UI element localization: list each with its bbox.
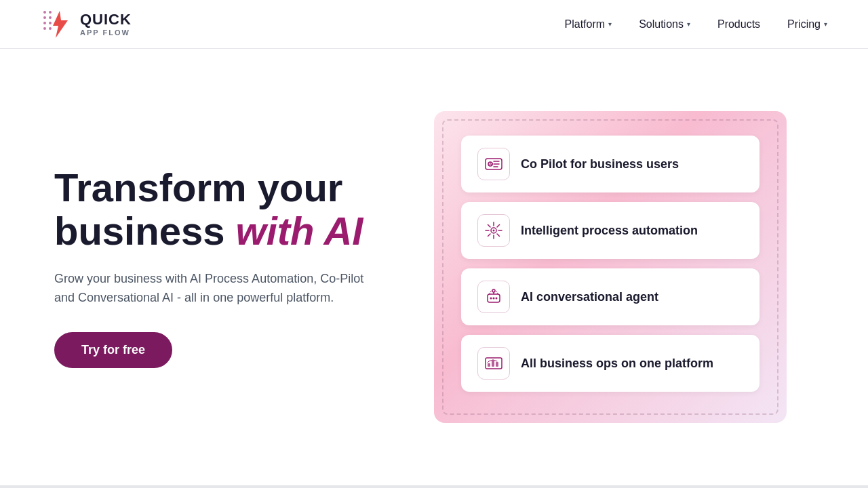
svg-point-29: [492, 289, 495, 292]
nav-platform[interactable]: Platform ▾: [565, 18, 612, 30]
feature-cards-container: AI Co Pilot for business users: [434, 111, 787, 423]
svg-rect-31: [488, 363, 490, 367]
header: QUICK APP FLOW Platform ▾ Solutions ▾ Pr…: [0, 0, 868, 49]
logo-icon: [41, 8, 73, 41]
nav-pricing[interactable]: Pricing ▾: [787, 18, 827, 30]
svg-rect-33: [496, 362, 498, 367]
nav-solutions[interactable]: Solutions ▾: [639, 18, 690, 30]
nav-products[interactable]: Products: [717, 18, 760, 30]
svg-marker-8: [53, 11, 68, 38]
svg-text:AI: AI: [489, 162, 493, 166]
svg-line-21: [488, 225, 491, 228]
bottom-divider: [0, 485, 868, 488]
logo-sub: APP FLOW: [80, 28, 132, 37]
svg-point-4: [43, 22, 46, 24]
svg-point-27: [493, 298, 495, 300]
ops-icon: [477, 347, 510, 380]
svg-line-22: [497, 234, 500, 237]
try-for-free-button[interactable]: Try for free: [54, 332, 172, 368]
chevron-down-icon: ▾: [824, 20, 827, 28]
svg-point-0: [43, 11, 46, 14]
logo-brand: QUICK: [80, 12, 132, 28]
main-content: Transform your business with AI Grow you…: [0, 49, 868, 485]
hero-right: AI Co Pilot for business users: [407, 111, 814, 423]
feature-card-agent: AI conversational agent: [461, 268, 760, 325]
main-nav: Platform ▾ Solutions ▾ Products Pricing …: [565, 18, 827, 30]
svg-point-2: [43, 16, 46, 19]
svg-rect-32: [492, 361, 494, 367]
logo-text: QUICK APP FLOW: [80, 12, 132, 36]
feature-label-ops: All business ops on one platform: [521, 357, 713, 371]
svg-point-16: [493, 230, 495, 232]
svg-point-26: [490, 298, 492, 300]
feature-card-copilot: AI Co Pilot for business users: [461, 136, 760, 192]
copilot-icon: AI: [477, 148, 510, 180]
feature-card-ops: All business ops on one platform: [461, 335, 760, 392]
feature-label-copilot: Co Pilot for business users: [521, 157, 679, 171]
feature-label-automation: Intelligent process automation: [521, 224, 698, 238]
svg-point-5: [49, 22, 52, 24]
hero-left: Transform your business with AI Grow you…: [54, 166, 407, 368]
chevron-down-icon: ▾: [608, 20, 612, 28]
feature-card-automation: Intelligent process automation: [461, 202, 760, 259]
svg-point-1: [49, 11, 52, 14]
svg-point-28: [496, 298, 498, 300]
svg-line-23: [497, 225, 500, 228]
feature-label-agent: AI conversational agent: [521, 290, 658, 304]
chevron-down-icon: ▾: [687, 20, 690, 28]
hero-subtext: Grow your business with AI Process Autom…: [54, 269, 366, 308]
logo[interactable]: QUICK APP FLOW: [41, 8, 132, 41]
svg-line-24: [488, 234, 491, 237]
hero-heading: Transform your business with AI: [54, 166, 380, 253]
hero-accent: with AI: [236, 209, 363, 253]
svg-point-6: [43, 27, 46, 30]
agent-icon: [477, 281, 510, 313]
svg-point-3: [49, 16, 52, 19]
automation-icon: [477, 214, 510, 247]
svg-point-7: [49, 27, 52, 30]
